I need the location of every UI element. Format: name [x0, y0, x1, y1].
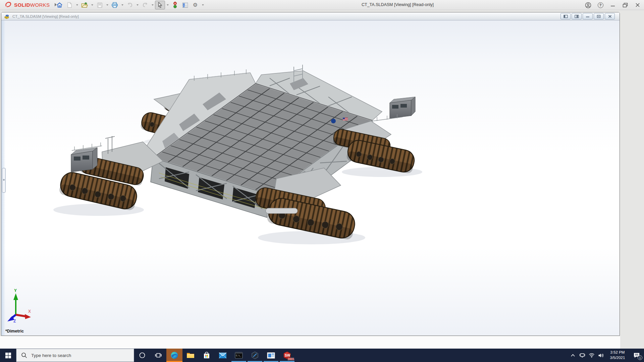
taskbar-item-hexagon-app[interactable]	[247, 349, 263, 362]
action-center-button[interactable]: 1	[629, 349, 644, 362]
undo-button[interactable]	[125, 1, 135, 9]
notification-badge: 1	[638, 355, 642, 360]
triad-z-label: Z	[13, 319, 16, 323]
document-window: CT_TA.SLDASM [Viewing] [Read-only]	[1, 12, 620, 336]
property-list-button[interactable]	[180, 1, 190, 9]
dassault-3ds-icon	[5, 1, 12, 8]
account-icon	[585, 2, 591, 8]
terminal-prompt-text: C:\_	[236, 354, 241, 357]
home-button[interactable]	[54, 1, 64, 9]
solidworks-year-badge: 2021	[288, 357, 294, 361]
crawler-transporter-model[interactable]	[1, 20, 620, 336]
traffic-light-icon	[173, 2, 177, 8]
doc-restore-icon	[597, 15, 601, 18]
new-document-button[interactable]	[64, 1, 74, 9]
right-cab[interactable]	[390, 97, 415, 118]
taskbar-item-solidworks[interactable]: SW 2021	[279, 349, 295, 362]
open-button[interactable]	[79, 1, 90, 9]
new-document-dropdown[interactable]	[74, 1, 79, 9]
file-explorer-icon	[186, 352, 195, 359]
taskbar-search[interactable]	[16, 349, 134, 362]
view-orientation-label: *Dimetric	[5, 329, 24, 334]
taskbar-item-store[interactable]	[199, 349, 215, 362]
left-cab[interactable]	[71, 147, 97, 172]
orientation-triad[interactable]: Y X Z	[7, 288, 34, 327]
chevron-up-icon	[571, 354, 575, 357]
task-view-icon	[155, 352, 162, 359]
new-document-icon	[67, 2, 72, 8]
tray-clock[interactable]: 3:52 PM 3/5/2021	[606, 350, 629, 360]
select-cursor-icon	[158, 2, 163, 8]
doc-restore-button[interactable]	[594, 13, 604, 19]
graphics-viewport[interactable]: Y X Z *Dimetric	[1, 20, 620, 336]
assembly-document-icon	[4, 14, 10, 19]
rebuild-indicator-button[interactable]	[170, 1, 180, 9]
expand-right-pane-button[interactable]	[572, 13, 582, 19]
truck-front-left[interactable]	[58, 136, 163, 211]
x-axis-arrow[interactable]	[25, 314, 31, 319]
splitter-grip-icon	[3, 179, 5, 181]
triad-y-label: Y	[14, 288, 17, 293]
tray-wifi-button[interactable]	[587, 349, 596, 362]
undo-dropdown[interactable]	[135, 1, 140, 9]
brand-name: SOLIDWORKS	[14, 2, 50, 8]
home-icon	[56, 2, 63, 8]
system-tray: 3:52 PM 3/5/2021 1	[568, 349, 644, 362]
collapse-left-pane-button[interactable]	[560, 13, 571, 19]
print-button[interactable]	[110, 1, 120, 9]
undo-arrow-icon	[127, 2, 133, 8]
save-button[interactable]	[95, 1, 105, 9]
open-dropdown[interactable]	[90, 1, 95, 9]
taskbar-item-task-view[interactable]	[150, 349, 166, 362]
taskbar-item-edge[interactable]	[166, 349, 182, 362]
property-list-icon	[182, 2, 188, 8]
restore-icon	[623, 3, 628, 8]
tray-hidden-icons-button[interactable]	[568, 349, 578, 362]
app-titlebar: SOLIDWORKS	[0, 0, 644, 10]
save-dropdown[interactable]	[105, 1, 110, 9]
redo-arrow-icon	[142, 2, 148, 8]
document-titlebar[interactable]: CT_TA.SLDASM [Viewing] [Read-only]	[1, 12, 620, 20]
search-input[interactable]	[31, 349, 132, 362]
options-dropdown[interactable]	[200, 1, 205, 9]
taskbar-item-cortana[interactable]	[134, 349, 150, 362]
taskbar: C:\_	[0, 349, 644, 362]
account-button[interactable]	[584, 1, 592, 9]
print-icon	[111, 2, 118, 8]
tray-device-button[interactable]	[578, 349, 587, 362]
save-floppy-icon	[97, 2, 103, 8]
hexagon-app-icon	[251, 351, 259, 359]
doc-minimize-icon	[586, 15, 590, 18]
minimize-button[interactable]	[609, 1, 616, 9]
doc-close-button[interactable]	[605, 13, 615, 19]
taskbar-item-terminal[interactable]: C:\_	[231, 349, 247, 362]
volume-icon	[598, 353, 604, 358]
restore-button[interactable]	[622, 1, 629, 9]
doc-minimize-button[interactable]	[583, 13, 593, 19]
solidworks-logo: SOLIDWORKS	[5, 1, 57, 8]
start-button[interactable]	[0, 349, 16, 362]
document-title: CT_TA.SLDASM [Viewing] [Read-only]	[12, 14, 79, 18]
redo-dropdown[interactable]	[150, 1, 155, 9]
triad-x-label: X	[28, 309, 31, 314]
active-document-title: CT_TA.SLDASM [Viewing] [Read-only]	[362, 2, 434, 7]
quick-access-toolbar: ⚙	[54, 0, 205, 10]
y-axis-arrow[interactable]	[13, 293, 18, 300]
redo-button[interactable]	[140, 1, 150, 9]
edge-icon	[170, 351, 178, 359]
select-tool-dropdown[interactable]	[165, 1, 170, 9]
close-button[interactable]	[634, 1, 641, 9]
options-button[interactable]: ⚙	[190, 1, 200, 9]
feature-pane-splitter[interactable]	[2, 168, 6, 193]
taskbar-item-mail[interactable]	[215, 349, 231, 362]
wifi-icon	[589, 353, 595, 358]
mail-icon	[219, 352, 227, 359]
tray-volume-button[interactable]	[596, 349, 606, 362]
help-button[interactable]: ?	[597, 1, 604, 9]
app-background-bottom	[0, 336, 620, 349]
select-tool-button[interactable]	[155, 1, 165, 9]
minimize-icon	[610, 3, 615, 7]
taskbar-item-file-explorer[interactable]	[182, 349, 199, 362]
print-dropdown[interactable]	[120, 1, 125, 9]
taskbar-item-window-app[interactable]	[263, 349, 279, 362]
